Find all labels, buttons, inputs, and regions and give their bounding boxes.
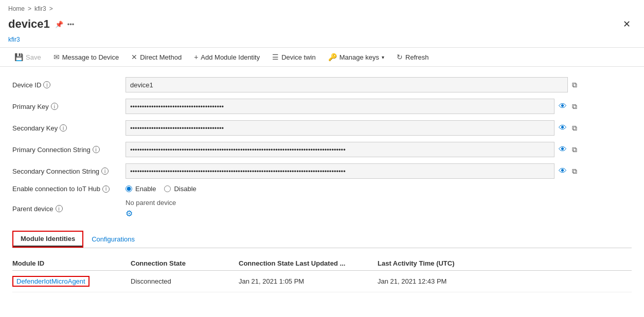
col-conn-state: Connection State xyxy=(131,259,234,267)
col-last-activity: Last Activity Time (UTC) xyxy=(378,259,532,267)
primary-key-label: Primary Key i xyxy=(12,103,126,110)
enable-radio[interactable] xyxy=(126,185,132,192)
close-button[interactable]: ✕ xyxy=(618,16,636,32)
parent-device-section: No parent device ⚙ xyxy=(126,199,176,218)
tabs-section: Module Identities Configurations xyxy=(12,231,632,248)
form-section: Device ID i ⧉ Primary Key i 👁 ⧉ Secon xyxy=(12,77,578,218)
conn-last-updated-cell: Jan 21, 2021 1:05 PM xyxy=(239,277,372,285)
device-id-field-wrap: ⧉ xyxy=(126,77,578,92)
enable-conn-label: Enable connection to IoT Hub i xyxy=(12,185,126,193)
refresh-button[interactable]: ↻ Refresh xyxy=(390,51,435,63)
primary-conn-row: Primary Connection String i 👁 ⧉ xyxy=(12,142,578,157)
primary-key-eye-icon[interactable]: 👁 xyxy=(558,101,568,112)
refresh-icon: ↻ xyxy=(397,53,403,61)
device-twin-button[interactable]: ☰ Device twin xyxy=(266,51,321,63)
save-icon: 💾 xyxy=(14,53,23,61)
enable-conn-info-icon[interactable]: i xyxy=(102,185,110,193)
page-header: device1 📌 ••• ✕ xyxy=(0,14,644,36)
primary-conn-info-icon[interactable]: i xyxy=(93,146,100,153)
secondary-key-row: Secondary Key i 👁 ⧉ xyxy=(12,120,578,136)
primary-key-field-wrap: 👁 ⧉ xyxy=(126,99,578,114)
breadcrumb-sep2: > xyxy=(49,5,53,12)
secondary-key-field-wrap: 👁 ⧉ xyxy=(126,120,578,136)
device-id-input[interactable] xyxy=(126,77,568,92)
add-icon: + xyxy=(194,53,198,61)
direct-method-icon: ✕ xyxy=(131,53,137,61)
col-conn-last-updated: Connection State Last Updated ... xyxy=(239,259,372,267)
table-header: Module ID Connection State Connection St… xyxy=(12,256,632,271)
table-section: Module ID Connection State Connection St… xyxy=(12,256,632,292)
device-id-label: Device ID i xyxy=(12,81,126,89)
device-id-info-icon[interactable]: i xyxy=(43,81,50,88)
device-id-copy-icon[interactable]: ⧉ xyxy=(571,80,578,90)
device-twin-icon: ☰ xyxy=(272,53,279,61)
module-id-cell: DefenderIotMicroAgent xyxy=(12,276,126,287)
primary-key-row: Primary Key i 👁 ⧉ xyxy=(12,99,578,114)
message-to-device-button[interactable]: ✉ Message to Device xyxy=(47,51,126,63)
main-content: Device ID i ⧉ Primary Key i 👁 ⧉ Secon xyxy=(0,67,644,303)
col-module-id: Module ID xyxy=(12,259,126,267)
chevron-down-icon: ▾ xyxy=(382,54,384,60)
conn-state-cell: Disconnected xyxy=(131,277,234,285)
add-module-identity-button[interactable]: + Add Module Identity xyxy=(188,51,266,63)
page-subtitle: kfir3 xyxy=(0,36,644,47)
secondary-key-label: Secondary Key i xyxy=(12,124,126,132)
more-options-icon[interactable]: ••• xyxy=(67,21,75,28)
secondary-key-eye-icon[interactable]: 👁 xyxy=(558,122,568,134)
secondary-conn-input[interactable] xyxy=(126,163,554,179)
parent-device-gear-icon[interactable]: ⚙ xyxy=(126,209,176,218)
breadcrumb: Home > kfir3 > xyxy=(0,0,644,14)
enable-conn-radio-group: Enable Disable xyxy=(126,185,196,193)
enable-conn-field-wrap: Enable Disable xyxy=(126,185,578,193)
save-button[interactable]: 💾 Save xyxy=(8,51,47,63)
primary-conn-label: Primary Connection String i xyxy=(12,146,126,154)
primary-key-copy-icon[interactable]: ⧉ xyxy=(571,101,578,112)
table-row: DefenderIotMicroAgent Disconnected Jan 2… xyxy=(12,271,632,292)
primary-conn-field-wrap: 👁 ⧉ xyxy=(126,142,578,157)
module-identities-tab-border: Module Identities xyxy=(12,231,83,248)
manage-keys-button[interactable]: 🔑 Manage keys ▾ xyxy=(322,51,390,63)
secondary-conn-eye-icon[interactable]: 👁 xyxy=(558,165,568,177)
parent-device-row: Parent device i No parent device ⚙ xyxy=(12,199,578,218)
breadcrumb-hub[interactable]: kfir3 xyxy=(34,5,46,12)
primary-conn-copy-icon[interactable]: ⧉ xyxy=(571,144,578,155)
message-icon: ✉ xyxy=(53,53,60,61)
secondary-key-copy-icon[interactable]: ⧉ xyxy=(571,123,578,134)
disable-radio-label[interactable]: Disable xyxy=(164,185,196,193)
table-rows: DefenderIotMicroAgent Disconnected Jan 2… xyxy=(12,271,632,292)
tabs: Module Identities Configurations xyxy=(12,231,632,248)
configurations-tab[interactable]: Configurations xyxy=(83,231,143,248)
parent-device-info-icon[interactable]: i xyxy=(56,205,63,212)
primary-conn-input[interactable] xyxy=(126,142,554,157)
parent-device-field-wrap: No parent device ⚙ xyxy=(126,199,578,218)
disable-radio[interactable] xyxy=(164,185,171,192)
secondary-conn-copy-icon[interactable]: ⧉ xyxy=(571,166,578,177)
primary-key-info-icon[interactable]: i xyxy=(51,103,58,110)
direct-method-button[interactable]: ✕ Direct Method xyxy=(125,51,188,63)
enable-conn-row: Enable connection to IoT Hub i Enable Di… xyxy=(12,185,578,193)
secondary-conn-row: Secondary Connection String i 👁 ⧉ xyxy=(12,163,578,179)
toolbar: 💾 Save ✉ Message to Device ✕ Direct Meth… xyxy=(0,47,644,67)
header-icons: 📌 ••• xyxy=(55,21,75,28)
pin-icon[interactable]: 📌 xyxy=(55,21,63,28)
module-identities-tab[interactable]: Module Identities xyxy=(13,232,82,247)
manage-keys-icon: 🔑 xyxy=(328,53,337,61)
page-title: device1 xyxy=(8,17,50,31)
secondary-conn-info-icon[interactable]: i xyxy=(101,167,109,175)
breadcrumb-home[interactable]: Home xyxy=(8,5,25,12)
primary-conn-eye-icon[interactable]: 👁 xyxy=(558,144,568,155)
secondary-conn-label: Secondary Connection String i xyxy=(12,167,126,175)
secondary-key-info-icon[interactable]: i xyxy=(60,124,67,132)
secondary-conn-field-wrap: 👁 ⧉ xyxy=(126,163,578,179)
device-id-row: Device ID i ⧉ xyxy=(12,77,578,92)
secondary-key-input[interactable] xyxy=(126,120,554,136)
primary-key-input[interactable] xyxy=(126,99,554,114)
enable-radio-label[interactable]: Enable xyxy=(126,185,156,193)
last-activity-cell: Jan 21, 2021 12:43 PM xyxy=(378,277,532,285)
no-parent-text: No parent device xyxy=(126,199,176,207)
breadcrumb-sep1: > xyxy=(28,5,31,12)
parent-device-label: Parent device i xyxy=(12,205,126,213)
module-id-link[interactable]: DefenderIotMicroAgent xyxy=(12,276,90,287)
